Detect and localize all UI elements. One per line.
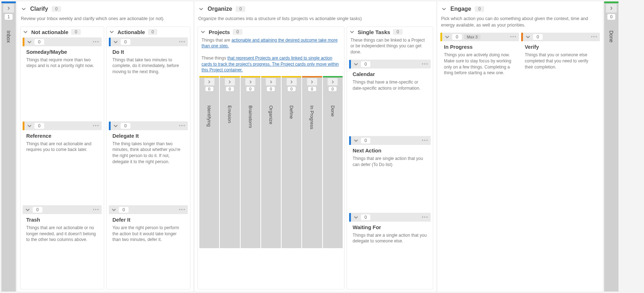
- project-stage-in-progress[interactable]: 0In Progress: [302, 76, 322, 248]
- card-menu-button[interactable]: •••: [422, 215, 428, 220]
- stage-color: [241, 76, 260, 77]
- board: 1 Inbox Clarify 0 Review your Inbox week…: [0, 0, 644, 293]
- rail-done[interactable]: 0 Done: [604, 1, 618, 292]
- collapse-clarify-button[interactable]: [21, 6, 27, 12]
- group-clarify: Clarify 0 Review your Inbox weekly and c…: [17, 1, 193, 292]
- collapse-projects-button[interactable]: [200, 29, 206, 35]
- verify-menu-button[interactable]: •••: [591, 34, 598, 39]
- stripe-icon: [23, 38, 24, 46]
- project-stage-define[interactable]: 0Define: [282, 76, 301, 248]
- project-stage-brainstorm[interactable]: 0Brainstorm: [241, 76, 260, 248]
- stage-count: 0: [205, 87, 213, 91]
- collapse-actionable-button[interactable]: [109, 29, 115, 35]
- expand-done-button[interactable]: [606, 4, 617, 13]
- column-single-tasks-title: Single Tasks: [358, 29, 390, 35]
- project-stage-organize[interactable]: 0Organize: [261, 76, 281, 248]
- group-organize-desc: Organize the outcomes into a structure o…: [198, 14, 433, 27]
- column-not-actionable-title: Not actionable: [31, 29, 68, 35]
- collapse-card-button[interactable]: [27, 39, 32, 45]
- stripe-in-progress: [440, 33, 442, 41]
- card-menu-button[interactable]: •••: [93, 39, 99, 44]
- project-stage-done[interactable]: 0Done: [323, 76, 343, 248]
- card-not-actionable-1[interactable]: 0•••ReferenceThings that are not actiona…: [23, 121, 102, 203]
- card-body[interactable]: [349, 171, 431, 211]
- card-menu-button[interactable]: •••: [93, 123, 99, 128]
- card-head-actionable-0[interactable]: 0•••: [109, 38, 188, 46]
- card-body[interactable]: [23, 72, 102, 119]
- project-stage-envision[interactable]: 0Envision: [220, 76, 240, 248]
- card-desc: Things that are a single action that you…: [349, 231, 431, 247]
- collapse-card-button[interactable]: [113, 39, 119, 45]
- expand-stage-button[interactable]: [204, 78, 214, 85]
- card-single-task-0[interactable]: 0•••CalendarThings that have a time-spec…: [349, 60, 431, 134]
- rail-inbox[interactable]: 1 Inbox: [1, 1, 16, 292]
- card-menu-button[interactable]: •••: [422, 138, 428, 143]
- card-single-task-1[interactable]: 0•••Next ActionThings that are single ac…: [349, 136, 431, 210]
- stripe-icon: [349, 60, 351, 68]
- card-not-actionable-0[interactable]: 0•••Someday/MaybeThings that require mor…: [23, 37, 102, 119]
- collapse-engage-button[interactable]: [441, 6, 447, 12]
- card-head-single-task-0[interactable]: 0•••: [349, 60, 431, 68]
- card-body[interactable]: [349, 94, 431, 134]
- rail-inbox-count: 1: [5, 14, 13, 20]
- card-body[interactable]: [349, 247, 431, 287]
- card-actionable-0[interactable]: 0•••Do ItThings that take two minutes to…: [109, 37, 188, 119]
- card-menu-button[interactable]: •••: [422, 62, 428, 67]
- collapse-card-button[interactable]: [353, 61, 359, 67]
- expand-inbox-button[interactable]: [3, 4, 14, 13]
- card-title: Do It: [109, 46, 188, 56]
- card-title: Delegate It: [109, 130, 188, 140]
- collapse-card-button[interactable]: [353, 138, 359, 143]
- card-head-single-task-2[interactable]: 0•••: [349, 213, 431, 222]
- stage-color: [282, 76, 301, 77]
- card-body[interactable]: [109, 78, 188, 119]
- card-menu-button[interactable]: •••: [93, 207, 99, 212]
- collapse-card-button[interactable]: [25, 207, 31, 213]
- card-head-not-actionable-0[interactable]: 0•••: [23, 38, 102, 46]
- card-title: Trash: [23, 214, 102, 223]
- collapse-not-actionable-button[interactable]: [23, 29, 28, 35]
- card-title: Waiting For: [349, 222, 431, 231]
- collapse-in-progress-button[interactable]: [444, 34, 450, 40]
- card-single-task-2[interactable]: 0•••Waiting ForThings that are a single …: [349, 213, 431, 287]
- card-menu-button[interactable]: •••: [179, 39, 186, 44]
- expand-stage-button[interactable]: [328, 78, 338, 85]
- card-head-verify[interactable]: 0 •••: [521, 33, 600, 41]
- group-organize: Organize 0 Organize the outcomes into a …: [195, 1, 436, 292]
- stage-label: In Progress: [309, 105, 315, 129]
- card-body[interactable]: [23, 246, 102, 287]
- expand-stage-button[interactable]: [245, 78, 255, 85]
- card-body[interactable]: [23, 156, 102, 203]
- project-stage-identifying[interactable]: 0Identifying: [199, 76, 219, 248]
- expand-stage-button[interactable]: [225, 78, 235, 85]
- card-actionable-2[interactable]: 0•••Defer ItYou are the right person to …: [109, 205, 188, 287]
- card-body[interactable]: [109, 168, 188, 203]
- collapse-card-button[interactable]: [113, 123, 119, 129]
- card-head-in-progress[interactable]: 0 Max 3 •••: [440, 33, 519, 41]
- in-progress-menu-button[interactable]: •••: [510, 34, 517, 39]
- card-desc: Things that have a time-specific or date…: [349, 78, 431, 94]
- card-actionable-1[interactable]: 0•••Delegate ItThe thing takes longer th…: [109, 121, 188, 203]
- collapse-verify-button[interactable]: [525, 34, 531, 40]
- collapse-card-button[interactable]: [353, 214, 359, 220]
- expand-stage-button[interactable]: [307, 78, 317, 85]
- card-title: Reference: [23, 130, 102, 140]
- column-actionable: Actionable 0 0•••Do ItThings that take t…: [106, 27, 190, 290]
- expand-stage-button[interactable]: [266, 78, 276, 85]
- collapse-card-button[interactable]: [27, 123, 32, 129]
- collapse-card-button[interactable]: [111, 207, 117, 213]
- card-body[interactable]: [109, 246, 188, 287]
- verify-count: 0: [533, 34, 543, 40]
- card-head-single-task-1[interactable]: 0•••: [349, 136, 431, 145]
- verify-title: Verify: [521, 41, 600, 51]
- card-head-not-actionable-1[interactable]: 0•••: [23, 122, 102, 130]
- card-menu-button[interactable]: •••: [179, 207, 186, 212]
- card-head-actionable-2[interactable]: 0•••: [109, 205, 188, 214]
- expand-stage-button[interactable]: [287, 78, 297, 85]
- card-head-actionable-1[interactable]: 0•••: [109, 122, 188, 130]
- card-not-actionable-2[interactable]: 0•••TrashThings that are not actionable …: [23, 205, 102, 287]
- collapse-single-tasks-button[interactable]: [349, 29, 355, 35]
- card-head-not-actionable-2[interactable]: 0•••: [23, 205, 102, 214]
- card-menu-button[interactable]: •••: [179, 123, 186, 128]
- collapse-organize-button[interactable]: [198, 6, 204, 12]
